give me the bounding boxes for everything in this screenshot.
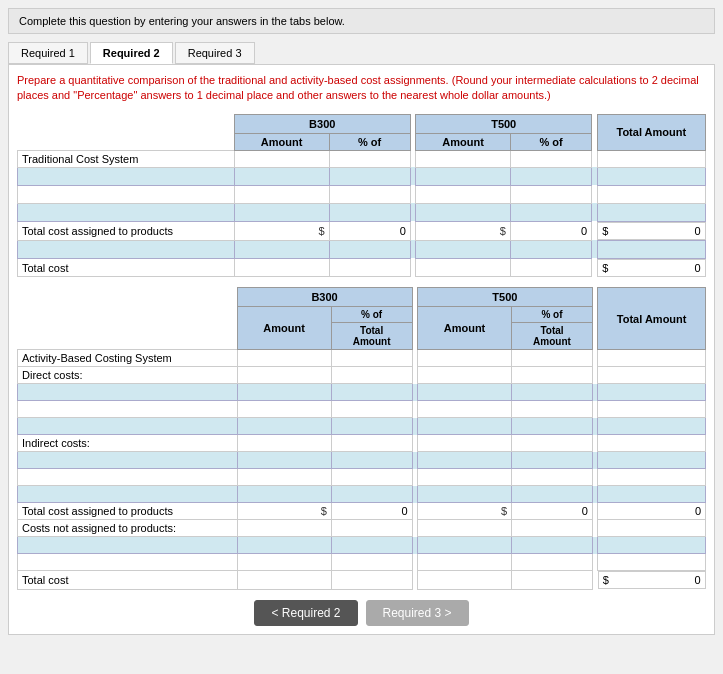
trad-total-2-input[interactable]	[598, 168, 705, 184]
trad-total-cost-t500-pct-input[interactable]	[511, 260, 591, 276]
abc-b300-pct-4-input[interactable]	[332, 401, 412, 417]
trad-b300-amount-2-input[interactable]	[235, 168, 329, 184]
trad-t500-pct-2-input[interactable]	[511, 168, 591, 184]
abc-total-3-input[interactable]	[598, 384, 705, 400]
trad-total-cost-b300-input[interactable]	[235, 260, 329, 276]
abc-t500-1-input[interactable]	[418, 350, 511, 366]
trad-b300-pct-3-input[interactable]	[330, 186, 410, 202]
abc-b300-1-input[interactable]	[238, 350, 331, 366]
abc-b300-4-input[interactable]	[238, 401, 331, 417]
trad-t500-amount-3-input[interactable]	[416, 186, 510, 202]
abc-total-7-input[interactable]	[598, 452, 705, 468]
abc-b300-pct-12-input[interactable]	[332, 554, 412, 570]
abc-b300-8-input[interactable]	[238, 469, 331, 485]
abc-t500-8-input[interactable]	[418, 469, 511, 485]
tab-required3[interactable]: Required 3	[175, 42, 255, 64]
abc-direct-b300-input[interactable]	[238, 367, 331, 383]
trad-b300-amount-1[interactable]	[234, 150, 329, 167]
abc-not-assigned-t500-pct-input[interactable]	[512, 520, 592, 536]
trad-t500-amount-1-input[interactable]	[416, 151, 510, 167]
abc-direct-total-input[interactable]	[598, 367, 705, 383]
abc-total-11-input[interactable]	[598, 537, 705, 553]
abc-t500-12-input[interactable]	[418, 554, 511, 570]
trad-b300-amount-1-input[interactable]	[235, 151, 329, 167]
trad-t500-pct-5-input[interactable]	[511, 241, 591, 257]
trad-total-cost-b300-pct-input[interactable]	[330, 260, 410, 276]
abc-direct-t500-pct-input[interactable]	[512, 367, 592, 383]
trad-t500-amount-1[interactable]	[416, 150, 511, 167]
abc-indirect-b300-input[interactable]	[238, 435, 331, 451]
abc-indirect-t500-pct-input[interactable]	[512, 435, 592, 451]
abc-total-12-input[interactable]	[598, 554, 705, 570]
trad-b300-amount-5-input[interactable]	[235, 241, 329, 257]
abc-t500-11-input[interactable]	[418, 537, 511, 553]
abc-direct-b300-pct-input[interactable]	[332, 367, 412, 383]
abc-t500-pct-9-input[interactable]	[512, 486, 592, 502]
abc-total-cost-t500-pct-input[interactable]	[512, 572, 592, 588]
abc-t500-3-input[interactable]	[418, 384, 511, 400]
abc-t500-pct-11-input[interactable]	[512, 537, 592, 553]
trad-b300-pct-2-input[interactable]	[330, 168, 410, 184]
abc-b300-pct-11-input[interactable]	[332, 537, 412, 553]
abc-b300-5-input[interactable]	[238, 418, 331, 434]
abc-not-assigned-b300-input[interactable]	[238, 520, 331, 536]
abc-b300-3-input[interactable]	[238, 384, 331, 400]
abc-not-assigned-total-input[interactable]	[598, 520, 705, 536]
trad-total-3-input[interactable]	[598, 186, 705, 202]
abc-not-assigned-b300-pct-input[interactable]	[332, 520, 412, 536]
abc-t500-pct-3-input[interactable]	[512, 384, 592, 400]
trad-t500-pct-4-input[interactable]	[511, 204, 591, 220]
trad-t500-amount-5-input[interactable]	[416, 241, 510, 257]
tab-required1[interactable]: Required 1	[8, 42, 88, 64]
abc-b300-pct-5-input[interactable]	[332, 418, 412, 434]
next-button[interactable]: Required 3 >	[366, 600, 469, 626]
abc-b300-7-input[interactable]	[238, 452, 331, 468]
abc-t500-pct-4-input[interactable]	[512, 401, 592, 417]
abc-b300-pct-8-input[interactable]	[332, 469, 412, 485]
abc-total-4-input[interactable]	[598, 401, 705, 417]
abc-b300-11-input[interactable]	[238, 537, 331, 553]
trad-b300-pct-5-input[interactable]	[330, 241, 410, 257]
trad-t500-amount-2-input[interactable]	[416, 168, 510, 184]
abc-t500-pct-7-input[interactable]	[512, 452, 592, 468]
abc-indirect-b300-pct-input[interactable]	[332, 435, 412, 451]
abc-total-1-input[interactable]	[598, 350, 705, 366]
abc-t500-pct-12-input[interactable]	[512, 554, 592, 570]
trad-b300-pct-1[interactable]	[329, 150, 410, 167]
abc-b300-12-input[interactable]	[238, 554, 331, 570]
trad-t500-amount-4-input[interactable]	[416, 204, 510, 220]
abc-total-5-input[interactable]	[598, 418, 705, 434]
abc-total-cost-b300-input[interactable]	[238, 572, 331, 588]
abc-not-assigned-t500-input[interactable]	[418, 520, 511, 536]
abc-b300-pct-9-input[interactable]	[332, 486, 412, 502]
abc-direct-t500-input[interactable]	[418, 367, 511, 383]
trad-b300-amount-3-input[interactable]	[235, 186, 329, 202]
abc-b300-9-input[interactable]	[238, 486, 331, 502]
trad-t500-pct-1-input[interactable]	[511, 151, 591, 167]
trad-total-1[interactable]	[597, 150, 705, 167]
abc-t500-4-input[interactable]	[418, 401, 511, 417]
abc-total-9-input[interactable]	[598, 486, 705, 502]
abc-t500-pct-5-input[interactable]	[512, 418, 592, 434]
prev-button[interactable]: < Required 2	[254, 600, 357, 626]
abc-total-cost-t500-input[interactable]	[418, 572, 511, 588]
abc-total-8-input[interactable]	[598, 469, 705, 485]
trad-b300-pct-1-input[interactable]	[330, 151, 410, 167]
trad-b300-amount-4-input[interactable]	[235, 204, 329, 220]
abc-t500-pct-1-input[interactable]	[512, 350, 592, 366]
abc-b300-pct-7-input[interactable]	[332, 452, 412, 468]
abc-b300-pct-3-input[interactable]	[332, 384, 412, 400]
abc-b300-pct-1-input[interactable]	[332, 350, 412, 366]
trad-total-1-input[interactable]	[598, 151, 705, 167]
tab-required2[interactable]: Required 2	[90, 42, 173, 64]
trad-total-5-input[interactable]	[598, 241, 705, 257]
abc-t500-5-input[interactable]	[418, 418, 511, 434]
abc-total-cost-b300-pct-input[interactable]	[332, 572, 412, 588]
trad-total-cost-t500-input[interactable]	[416, 260, 510, 276]
abc-indirect-total-input[interactable]	[598, 435, 705, 451]
abc-t500-7-input[interactable]	[418, 452, 511, 468]
abc-t500-9-input[interactable]	[418, 486, 511, 502]
abc-t500-pct-8-input[interactable]	[512, 469, 592, 485]
abc-indirect-t500-input[interactable]	[418, 435, 511, 451]
trad-t500-pct-1[interactable]	[510, 150, 591, 167]
